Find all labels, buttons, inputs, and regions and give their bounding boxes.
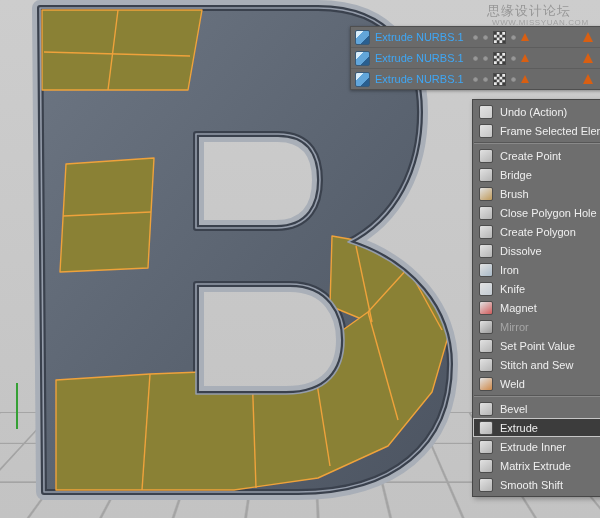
- stitch-and-sew-icon: [479, 358, 493, 372]
- menu-item-iron[interactable]: Iron: [473, 260, 600, 279]
- menu-item-label: Magnet: [500, 302, 537, 314]
- create-point-icon: [479, 149, 493, 163]
- brush-icon: [479, 187, 493, 201]
- render-visibility-dot[interactable]: [483, 77, 488, 82]
- bevel-icon: [479, 402, 493, 416]
- menu-item-label: Set Point Value: [500, 340, 575, 352]
- texture-tag-icon[interactable]: [493, 52, 506, 65]
- selection-tag-icon[interactable]: [521, 75, 529, 83]
- object-label[interactable]: Extrude NURBS.1: [375, 73, 467, 85]
- menu-item-magnet[interactable]: Magnet: [473, 298, 600, 317]
- menu-item-label: Undo (Action): [500, 106, 567, 118]
- knife-icon: [479, 282, 493, 296]
- editor-visibility-dot[interactable]: [473, 35, 478, 40]
- selected-poly-top[interactable]: [42, 10, 202, 90]
- menu-item-create-point[interactable]: Create Point: [473, 146, 600, 165]
- mirror-icon: [479, 320, 493, 334]
- object-manager-row[interactable]: Extrude NURBS.1: [351, 27, 600, 48]
- undo-icon: [479, 105, 493, 119]
- menu-item-label: Matrix Extrude: [500, 460, 571, 472]
- menu-item-label: Stitch and Sew: [500, 359, 573, 371]
- menu-item-frame-selected-elements[interactable]: Frame Selected Elements: [473, 121, 600, 140]
- menu-item-brush[interactable]: Brush: [473, 184, 600, 203]
- context-menu: Undo (Action)Frame Selected ElementsCrea…: [472, 99, 600, 497]
- editor-visibility-dot[interactable]: [473, 56, 478, 61]
- menu-separator: [474, 395, 600, 397]
- object-manager-row[interactable]: Extrude NURBS.1: [351, 69, 600, 89]
- polygon-selection-tag-icon[interactable]: [583, 32, 593, 42]
- polygon-selection-tag-icon[interactable]: [583, 53, 593, 63]
- menu-item-label: Dissolve: [500, 245, 542, 257]
- iron-icon: [479, 263, 493, 277]
- extrude-inner-icon: [479, 440, 493, 454]
- object-manager-row[interactable]: Extrude NURBS.1: [351, 48, 600, 69]
- menu-item-extrude[interactable]: Extrude: [473, 418, 600, 437]
- bridge-icon: [479, 168, 493, 182]
- menu-item-extrude-inner[interactable]: Extrude Inner: [473, 437, 600, 456]
- menu-item-bevel[interactable]: Bevel: [473, 399, 600, 418]
- menu-item-close-polygon-hole[interactable]: Close Polygon Hole: [473, 203, 600, 222]
- menu-item-label: Create Polygon: [500, 226, 576, 238]
- selection-tag-icon[interactable]: [521, 33, 529, 41]
- menu-item-label: Mirror: [500, 321, 529, 333]
- menu-item-label: Create Point: [500, 150, 561, 162]
- extrude-nurbs-icon: [355, 72, 370, 87]
- extrude-nurbs-icon: [355, 30, 370, 45]
- matrix-extrude-icon: [479, 459, 493, 473]
- extrude-nurbs-icon: [355, 51, 370, 66]
- object-label[interactable]: Extrude NURBS.1: [375, 52, 467, 64]
- editor-visibility-dot[interactable]: [473, 77, 478, 82]
- menu-item-bridge[interactable]: Bridge: [473, 165, 600, 184]
- object-label[interactable]: Extrude NURBS.1: [375, 31, 467, 43]
- menu-item-knife[interactable]: Knife: [473, 279, 600, 298]
- menu-item-stitch-and-sew[interactable]: Stitch and Sew: [473, 355, 600, 374]
- extrude-icon: [479, 421, 493, 435]
- frame-selected-icon: [479, 124, 493, 138]
- polygon-selection-tag-icon[interactable]: [583, 74, 593, 84]
- menu-item-create-polygon[interactable]: Create Polygon: [473, 222, 600, 241]
- weld-icon: [479, 377, 493, 391]
- menu-item-label: Extrude Inner: [500, 441, 566, 453]
- menu-item-set-point-value[interactable]: Set Point Value: [473, 336, 600, 355]
- menu-item-label: Bridge: [500, 169, 532, 181]
- enable-dot[interactable]: [511, 35, 516, 40]
- dissolve-icon: [479, 244, 493, 258]
- menu-item-label: Extrude: [500, 422, 538, 434]
- menu-item-label: Knife: [500, 283, 525, 295]
- create-polygon-icon: [479, 225, 493, 239]
- enable-dot[interactable]: [511, 77, 516, 82]
- menu-item-label: Brush: [500, 188, 529, 200]
- magnet-icon: [479, 301, 493, 315]
- set-point-value-icon: [479, 339, 493, 353]
- selection-tag-icon[interactable]: [521, 54, 529, 62]
- viewport: 思缘设计论坛 WWW.MISSYUAN.COM Extrude NURBS.1E…: [0, 0, 600, 518]
- menu-item-label: Close Polygon Hole: [500, 207, 597, 219]
- menu-item-weld[interactable]: Weld: [473, 374, 600, 393]
- menu-item-label: Frame Selected Elements: [500, 125, 600, 137]
- render-visibility-dot[interactable]: [483, 56, 488, 61]
- enable-dot[interactable]: [511, 56, 516, 61]
- menu-item-matrix-extrude[interactable]: Matrix Extrude: [473, 456, 600, 475]
- menu-item-label: Bevel: [500, 403, 528, 415]
- render-visibility-dot[interactable]: [483, 35, 488, 40]
- menu-item-label: Iron: [500, 264, 519, 276]
- menu-item-smooth-shift[interactable]: Smooth Shift: [473, 475, 600, 494]
- menu-separator: [474, 142, 600, 144]
- smooth-shift-icon: [479, 478, 493, 492]
- close-polygon-hole-icon: [479, 206, 493, 220]
- menu-item-mirror: Mirror: [473, 317, 600, 336]
- menu-item-dissolve[interactable]: Dissolve: [473, 241, 600, 260]
- menu-item-label: Smooth Shift: [500, 479, 563, 491]
- object-manager: Extrude NURBS.1Extrude NURBS.1Extrude NU…: [350, 26, 600, 90]
- texture-tag-icon[interactable]: [493, 31, 506, 44]
- menu-item-label: Weld: [500, 378, 525, 390]
- menu-item-undo-action[interactable]: Undo (Action): [473, 102, 600, 121]
- texture-tag-icon[interactable]: [493, 73, 506, 86]
